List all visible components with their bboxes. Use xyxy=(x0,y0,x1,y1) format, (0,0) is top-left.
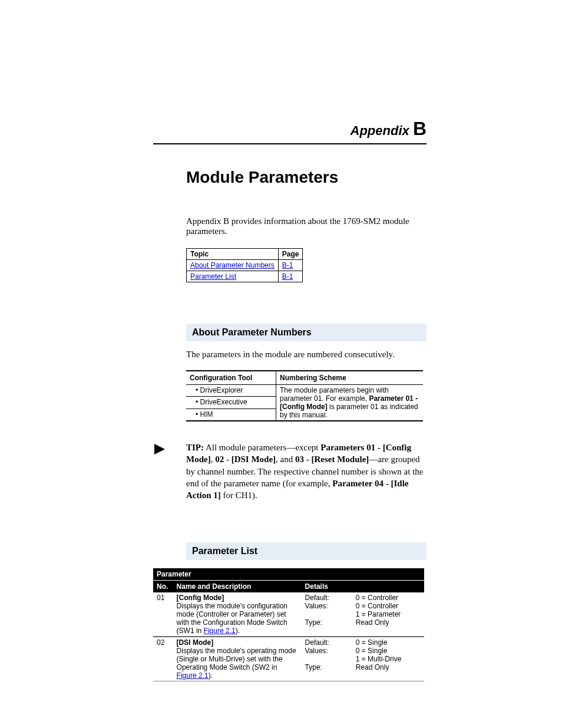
topic-page-link[interactable]: B-1 xyxy=(282,261,293,269)
tip-bold: 02 - [DSI Mode] xyxy=(215,454,276,464)
param-name: [Config Mode] xyxy=(177,594,224,602)
param-desc-cell: [Config Mode] Displays the module's conf… xyxy=(173,592,302,637)
param-row: 02 [DSI Mode] Displays the module's oper… xyxy=(153,637,424,681)
config-header-tool: Configuration Tool xyxy=(186,371,276,385)
config-tool-table: Configuration Tool Numbering Scheme Driv… xyxy=(186,370,423,421)
tool-item: HIM xyxy=(190,410,213,419)
param-desc: Displays the module's operating mode (Si… xyxy=(177,647,296,671)
label-values: Values: xyxy=(305,602,328,610)
tip-block: TIP: All module parameters—except Parame… xyxy=(186,442,427,501)
section1-text: The parameters in the module are numbere… xyxy=(186,350,427,360)
topic-header-topic: Topic xyxy=(187,249,279,260)
param-desc-cell: [DSI Mode] Displays the module's operati… xyxy=(173,637,302,681)
appendix-label: Appendix xyxy=(351,123,409,138)
figure-link[interactable]: Figure 2.1 xyxy=(204,627,236,635)
param-detail-labels: Default: Values: Type: xyxy=(302,592,352,637)
val-values: 0 = Single 1 = Multi-Drive xyxy=(356,647,402,663)
tip-text: for CH1). xyxy=(221,490,257,500)
tip-text: All module parameters—except xyxy=(206,443,320,452)
intro-text: Appendix B provides information about th… xyxy=(186,216,427,236)
tip-text: , and xyxy=(276,454,295,464)
scheme-cell: The module parameters begin with paramet… xyxy=(276,385,424,421)
param-header-details: Details xyxy=(302,581,424,593)
param-row: 01 [Config Mode] Displays the module's c… xyxy=(153,592,424,637)
topic-page-link[interactable]: B-1 xyxy=(282,272,293,281)
section-heading-paramlist: Parameter List xyxy=(186,542,427,560)
param-detail-values: 0 = Single 0 = Single 1 = Multi-Drive Re… xyxy=(352,637,424,681)
config-header-scheme: Numbering Scheme xyxy=(276,371,424,385)
param-header-name: Name and Description xyxy=(173,581,302,593)
appendix-letter: B xyxy=(413,118,427,139)
param-no: 02 xyxy=(153,637,173,681)
topic-table: Topic Page About Parameter Numbers B-1 P… xyxy=(186,248,303,282)
val-values: 0 = Controller 1 = Parameter xyxy=(356,602,401,618)
topic-link-paramlist[interactable]: Parameter List xyxy=(190,272,236,281)
param-super-blank xyxy=(302,568,424,581)
val-type: Read Only xyxy=(356,618,389,627)
label-type: Type: xyxy=(305,618,322,627)
param-desc-post: ). xyxy=(236,627,240,635)
parameter-table: Parameter No. Name and Description Detai… xyxy=(153,568,424,681)
label-type: Type: xyxy=(305,663,322,671)
val-default: 0 = Single xyxy=(356,638,388,647)
label-values: Values: xyxy=(305,647,328,655)
val-default: 0 = Controller xyxy=(356,594,398,602)
tip-bold: 03 - [Reset Module] xyxy=(295,454,369,464)
param-desc-post: ). xyxy=(209,671,213,680)
label-default: Default: xyxy=(305,594,329,602)
topic-row: Parameter List B-1 xyxy=(187,271,303,282)
tool-item: DriveExecutive xyxy=(190,398,247,406)
page-title: Module Parameters xyxy=(186,168,427,187)
param-detail-labels: Default: Values: Type: xyxy=(302,637,352,681)
section-heading-about: About Parameter Numbers xyxy=(186,324,427,341)
header-rule xyxy=(153,143,427,144)
svg-marker-0 xyxy=(154,444,165,454)
val-type: Read Only xyxy=(356,663,389,671)
figure-link[interactable]: Figure 2.1 xyxy=(177,671,209,680)
appendix-header: Appendix B xyxy=(153,118,427,140)
tip-label: TIP: xyxy=(186,443,204,452)
param-super-header: Parameter xyxy=(153,568,302,581)
param-header-no: No. xyxy=(153,581,173,593)
topic-header-page: Page xyxy=(278,249,303,260)
topic-row: About Parameter Numbers B-1 xyxy=(187,260,303,271)
param-no: 01 xyxy=(153,592,173,637)
topic-link-about[interactable]: About Parameter Numbers xyxy=(190,261,275,269)
label-default: Default: xyxy=(305,638,329,647)
param-detail-values: 0 = Controller 0 = Controller 1 = Parame… xyxy=(352,592,424,637)
tool-item: DriveExplorer xyxy=(190,386,243,394)
tip-arrow-icon xyxy=(153,443,166,459)
param-name: [DSI Mode] xyxy=(177,638,214,647)
